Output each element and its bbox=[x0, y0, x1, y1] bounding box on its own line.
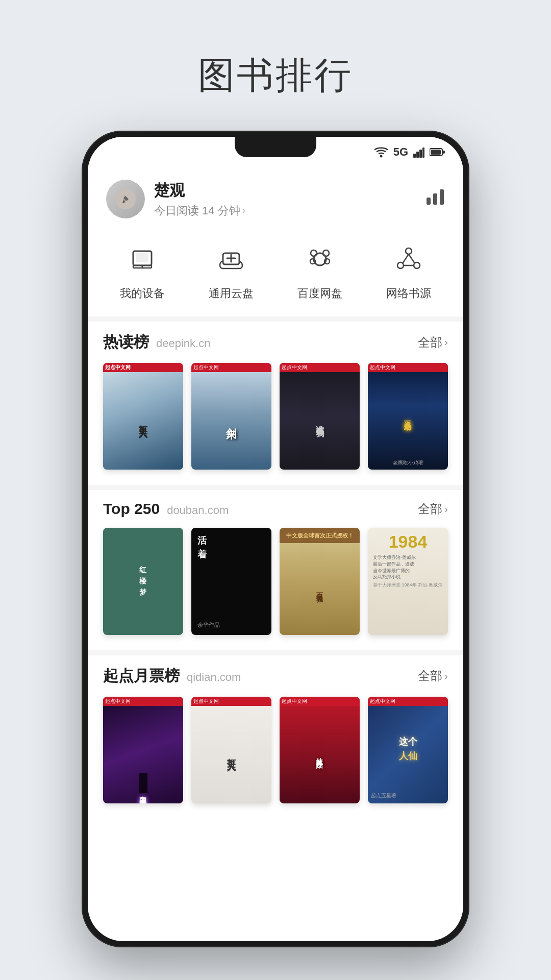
avatar-image bbox=[106, 180, 145, 218]
quick-item-device[interactable]: 我的设备 bbox=[119, 239, 165, 301]
section-hot: 热读榜 deepink.cn 全部 › 起点中文网 bbox=[88, 332, 463, 470]
qidian-subtitle: qidian.com bbox=[187, 671, 241, 684]
book-item[interactable]: 红 楼 梦 bbox=[103, 528, 183, 634]
qidian-more-chevron: › bbox=[444, 670, 448, 682]
cloud-label: 通用云盘 bbox=[209, 286, 254, 301]
book-item[interactable]: 起点中文网 打更大人 bbox=[191, 697, 271, 803]
device-icon-box bbox=[119, 239, 165, 280]
battery-icon bbox=[430, 148, 445, 157]
svg-line-27 bbox=[403, 254, 409, 263]
svg-rect-9 bbox=[427, 198, 431, 205]
hot-section-header: 热读榜 deepink.cn 全部 › bbox=[103, 332, 448, 353]
svg-rect-4 bbox=[422, 148, 424, 158]
hot-title: 热读榜 bbox=[103, 332, 149, 353]
divider-3 bbox=[88, 650, 463, 655]
svg-rect-3 bbox=[419, 150, 422, 158]
svg-rect-1 bbox=[413, 154, 416, 158]
network-badge: 5G bbox=[393, 145, 408, 159]
network-icon bbox=[395, 246, 422, 273]
book-item[interactable]: 起点中文网 打更大人 bbox=[103, 363, 183, 470]
quick-item-cloud[interactable]: 通用云盘 bbox=[208, 239, 254, 301]
top250-more-button[interactable]: 全部 › bbox=[418, 501, 448, 517]
hot-more-button[interactable]: 全部 › bbox=[418, 334, 448, 351]
svg-line-28 bbox=[409, 254, 415, 263]
cloud-icon-box bbox=[208, 239, 254, 280]
device-icon bbox=[129, 246, 156, 273]
qidian-more-button[interactable]: 全部 › bbox=[418, 668, 448, 684]
profile-info: 楚观 今日阅读 14 分钟 › bbox=[154, 180, 245, 218]
network-label: 网络书源 bbox=[386, 286, 431, 301]
profile-header: 楚观 今日阅读 14 分钟 › bbox=[88, 167, 463, 229]
avatar[interactable] bbox=[106, 180, 145, 218]
book-item[interactable]: 起点中文网 夜的命名术 bbox=[103, 697, 183, 803]
book-item[interactable]: 起点中文网 剑来 bbox=[191, 363, 271, 470]
svg-point-21 bbox=[323, 250, 329, 256]
hot-title-group: 热读榜 deepink.cn bbox=[103, 332, 210, 353]
quick-access-bar: 我的设备 通用云盘 bbox=[88, 229, 463, 316]
network-icon-box bbox=[386, 239, 432, 280]
phone-screen: 5G bbox=[88, 137, 463, 941]
profile-reading-arrow: › bbox=[242, 205, 245, 216]
hot-subtitle: deepink.cn bbox=[156, 337, 210, 350]
reading-time-text: 今日阅读 14 分钟 bbox=[154, 203, 240, 218]
profile-left: 楚观 今日阅读 14 分钟 › bbox=[106, 180, 245, 218]
svg-point-24 bbox=[406, 248, 412, 254]
svg-rect-10 bbox=[433, 193, 437, 205]
svg-rect-2 bbox=[416, 152, 419, 158]
book-item[interactable]: 中文版全球首次正式授权！ 百年孤独 bbox=[280, 528, 360, 634]
book-item[interactable]: 起点中文网 万族之劫 老鹰吃小鸡著 bbox=[368, 363, 448, 470]
page-title: 图书排行 bbox=[198, 51, 353, 100]
wifi-icon bbox=[374, 146, 388, 158]
qidian-section-header: 起点月票榜 qidian.com 全部 › bbox=[103, 666, 448, 687]
section-top250: Top 250 douban.com 全部 › 红 楼 梦 bbox=[88, 500, 463, 634]
divider-1 bbox=[88, 316, 463, 322]
hot-more-label: 全部 bbox=[418, 334, 442, 351]
svg-point-0 bbox=[380, 155, 382, 158]
top250-book-grid: 红 楼 梦 活 着 余华作品 中文 bbox=[103, 528, 448, 634]
quick-item-network[interactable]: 网络书源 bbox=[386, 239, 432, 301]
qidian-more-label: 全部 bbox=[418, 668, 442, 684]
profile-name: 楚观 bbox=[154, 180, 245, 201]
book-item[interactable]: 活 着 余华作品 bbox=[191, 528, 271, 634]
book-item[interactable]: 起点中文网 从红月开始 bbox=[280, 697, 360, 803]
scroll-content[interactable]: 楚观 今日阅读 14 分钟 › bbox=[88, 167, 463, 941]
top250-subtitle: douban.com bbox=[167, 504, 229, 517]
quick-item-baidu[interactable]: 百度网盘 bbox=[297, 239, 343, 301]
qidian-title: 起点月票榜 bbox=[103, 666, 180, 687]
book-item[interactable]: 起点中文网 这个 人仙 起点五星著 bbox=[368, 697, 448, 803]
hot-more-chevron: › bbox=[444, 336, 448, 348]
top250-section-header: Top 250 douban.com 全部 › bbox=[103, 500, 448, 518]
svg-rect-7 bbox=[443, 151, 445, 154]
baidu-icon-box bbox=[297, 239, 343, 280]
status-icons: 5G bbox=[374, 145, 445, 159]
device-label: 我的设备 bbox=[120, 286, 165, 301]
svg-rect-13 bbox=[136, 253, 148, 262]
svg-point-20 bbox=[311, 250, 317, 256]
cloud-icon bbox=[218, 246, 244, 273]
baidu-label: 百度网盘 bbox=[297, 286, 342, 301]
svg-rect-11 bbox=[440, 189, 444, 205]
top250-more-chevron: › bbox=[444, 503, 448, 515]
book-item[interactable]: 起点中文网 谁在杀死我 bbox=[280, 363, 360, 470]
phone-frame: 5G bbox=[82, 131, 469, 947]
notch bbox=[235, 137, 316, 157]
top250-title-group: Top 250 douban.com bbox=[103, 500, 229, 518]
baidu-icon bbox=[307, 246, 333, 273]
qidian-book-grid: 起点中文网 夜的命名术 起点中文网 打更 bbox=[103, 697, 448, 803]
divider-2 bbox=[88, 485, 463, 490]
qidian-title-group: 起点月票榜 qidian.com bbox=[103, 666, 241, 687]
profile-reading-row[interactable]: 今日阅读 14 分钟 › bbox=[154, 203, 245, 218]
top250-more-label: 全部 bbox=[418, 501, 442, 517]
top250-title: Top 250 bbox=[103, 500, 160, 518]
hot-book-grid: 起点中文网 打更大人 起点中文网 剑来 bbox=[103, 363, 448, 470]
book-item[interactable]: 1984 文学大师乔治·奥威尔 最后一部作品，道成 当今世界最广博的 反乌托邦小… bbox=[368, 528, 448, 634]
signal-icon bbox=[413, 146, 424, 158]
stats-icon[interactable] bbox=[425, 188, 445, 210]
svg-rect-6 bbox=[431, 150, 441, 155]
section-qidian: 起点月票榜 qidian.com 全部 › 起点中文网 bbox=[88, 666, 463, 803]
